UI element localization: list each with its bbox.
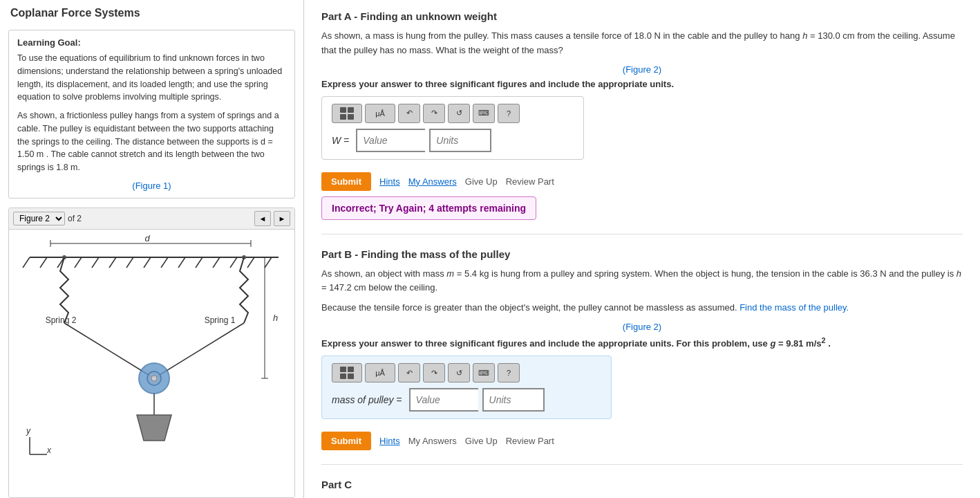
part-b-tb-mu-btn[interactable]: μÅ [365, 363, 395, 382]
svg-line-7 [126, 257, 133, 268]
part-a-express-note: Express your answer to three significant… [321, 79, 963, 89]
figure1-link[interactable]: (Figure 1) [132, 181, 171, 191]
part-a-title: Part A - Finding an unknown weight [321, 10, 963, 22]
part-b-title: Part B - Finding the mass of the pulley [321, 248, 963, 260]
part-a-give-up-text[interactable]: Give Up [465, 176, 498, 187]
part-b-input-row: mass of pulley = [332, 388, 601, 412]
part-c-title: Part C [321, 479, 963, 490]
part-a-tb-undo-btn[interactable]: ↶ [398, 104, 420, 123]
svg-text:Spring 1: Spring 1 [205, 315, 236, 325]
svg-rect-39 [340, 107, 346, 113]
part-b-answer-box: μÅ ↶ ↷ ↺ ⌨ ? mass of pulley = [321, 356, 612, 419]
svg-rect-44 [348, 367, 354, 372]
part-b-toolbar: μÅ ↶ ↷ ↺ ⌨ ? [332, 363, 601, 382]
svg-text:x: x [46, 445, 52, 455]
part-a-tb-grid-btn[interactable] [332, 104, 362, 123]
learning-goal-box: Learning Goal: To use the equations of e… [8, 30, 295, 199]
part-a-hints-link[interactable]: Hints [379, 176, 400, 187]
figure-select[interactable]: Figure 2 Figure 1 [13, 212, 65, 225]
part-a-label: Part A [321, 10, 351, 22]
part-b-give-up-text[interactable]: Give Up [465, 436, 498, 446]
part-b-tb-grid-btn[interactable] [332, 363, 362, 382]
learning-goal-para2: As shown, a frictionless pulley hangs fr… [17, 109, 286, 174]
part-a-value-input[interactable] [356, 129, 425, 152]
svg-line-12 [213, 257, 220, 268]
part-a-tb-redo-btn[interactable]: ↷ [423, 104, 445, 123]
svg-line-4 [75, 257, 82, 268]
part-b-dash: - [355, 248, 361, 260]
svg-rect-43 [340, 367, 346, 372]
part-b-hints-link[interactable]: Hints [379, 436, 400, 446]
svg-marker-30 [137, 415, 171, 441]
part-a-tb-mu-btn[interactable]: μÅ [365, 104, 395, 123]
page-title: Coplanar Force Systems [0, 0, 303, 26]
right-panel: Part A - Finding an unknown weight As sh… [304, 0, 980, 498]
svg-line-10 [178, 257, 185, 268]
part-b-action-row: Submit Hints My Answers Give Up Review P… [321, 432, 963, 450]
diagram-svg: d Spring 2 Spring 1 [9, 230, 294, 458]
part-a-tb-reset-btn[interactable]: ↺ [448, 104, 470, 123]
svg-line-9 [161, 257, 168, 268]
part-a-action-row: Submit Hints My Answers Give Up Review P… [321, 172, 963, 191]
part-b-value-input[interactable] [409, 388, 478, 412]
svg-line-6 [109, 257, 116, 268]
svg-line-2 [40, 257, 47, 268]
svg-line-1 [23, 257, 30, 268]
part-a-answer-box: μÅ ↶ ↷ ↺ ⌨ ? W = [321, 96, 584, 160]
figure-toolbar: Figure 2 Figure 1 of 2 ◄ ► [9, 208, 294, 230]
svg-text:y: y [26, 426, 31, 436]
part-b-tb-undo-btn[interactable]: ↶ [398, 363, 420, 382]
part-a-tb-help-btn[interactable]: ? [498, 104, 520, 123]
part-a-section: Part A - Finding an unknown weight As sh… [321, 10, 963, 234]
part-b-my-answers-text[interactable]: My Answers [408, 436, 457, 446]
part-b-express-note: Express your answer to three significant… [321, 336, 963, 349]
svg-text:Spring 2: Spring 2 [46, 315, 77, 325]
part-a-submit-btn[interactable]: Submit [321, 172, 371, 191]
part-b-units-input[interactable] [482, 388, 545, 412]
svg-text:d: d [144, 233, 150, 243]
svg-rect-42 [348, 114, 354, 120]
part-b-eq-label: mass of pulley = [332, 394, 402, 405]
part-b-tb-help-btn[interactable]: ? [498, 363, 520, 382]
figure-prev-btn[interactable]: ◄ [254, 211, 271, 226]
part-a-description: As shown, a mass is hung from the pulley… [321, 29, 963, 58]
part-b-submit-btn[interactable]: Submit [321, 432, 371, 450]
svg-line-11 [196, 257, 202, 268]
part-a-tb-keyboard-btn[interactable]: ⌨ [473, 104, 495, 123]
part-b-label: Part B [321, 248, 352, 260]
figure-next-btn[interactable]: ► [274, 211, 290, 226]
part-c-section: Part C [321, 479, 963, 498]
svg-rect-40 [348, 107, 354, 113]
learning-goal-para1: To use the equations of equilibrium to f… [17, 52, 286, 104]
part-b-tb-keyboard-btn[interactable]: ⌨ [473, 363, 495, 382]
part-b-tb-reset-btn[interactable]: ↺ [448, 363, 470, 382]
part-b-figure-ref[interactable]: (Figure 2) [623, 322, 661, 332]
part-a-review-part-text[interactable]: Review Part [506, 176, 554, 187]
part-a-subtitle: Finding an unknown weight [360, 10, 496, 22]
part-b-tb-redo-btn[interactable]: ↷ [423, 363, 445, 382]
svg-point-28 [151, 376, 157, 381]
part-b-review-part-text[interactable]: Review Part [506, 436, 554, 446]
left-panel: Coplanar Force Systems Learning Goal: To… [0, 0, 304, 498]
part-a-eq-label: W = [332, 135, 349, 146]
part-a-my-answers-link[interactable]: My Answers [408, 176, 457, 187]
svg-text:h: h [273, 313, 278, 323]
figure-of-label: of 2 [68, 214, 82, 223]
svg-line-5 [92, 257, 99, 268]
part-b-find-link[interactable]: Find the mass of the pulley. [739, 302, 849, 313]
svg-rect-41 [340, 114, 346, 120]
svg-line-14 [247, 257, 254, 268]
diagram-area: d Spring 2 Spring 1 [9, 230, 294, 497]
svg-line-8 [144, 257, 151, 268]
part-a-units-input[interactable] [429, 129, 491, 152]
part-a-toolbar: μÅ ↶ ↷ ↺ ⌨ ? [332, 104, 574, 123]
svg-rect-45 [340, 374, 346, 379]
svg-line-13 [230, 257, 237, 268]
svg-rect-46 [348, 374, 354, 379]
part-b-description2: Because the tensile force is greater tha… [321, 301, 963, 315]
part-a-incorrect-banner: Incorrect; Try Again; 4 attempts remaini… [321, 196, 536, 220]
learning-goal-label: Learning Goal: [17, 37, 286, 48]
figure-viewer: Figure 2 Figure 1 of 2 ◄ ► [8, 208, 295, 498]
part-a-figure-ref[interactable]: (Figure 2) [623, 64, 661, 75]
part-b-subtitle: Finding the mass of the pulley [361, 248, 511, 260]
